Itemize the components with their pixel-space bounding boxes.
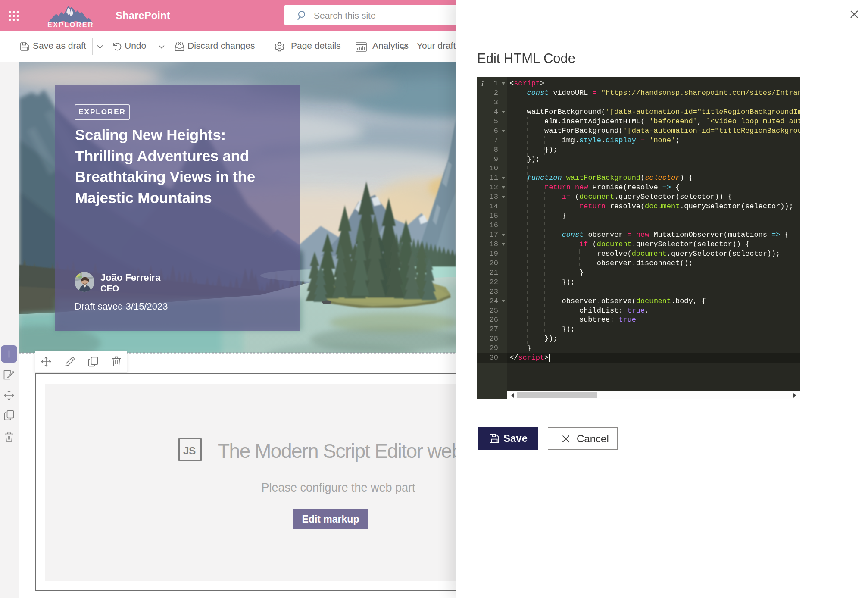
svg-text:EXPLORER: EXPLORER: [47, 21, 94, 28]
